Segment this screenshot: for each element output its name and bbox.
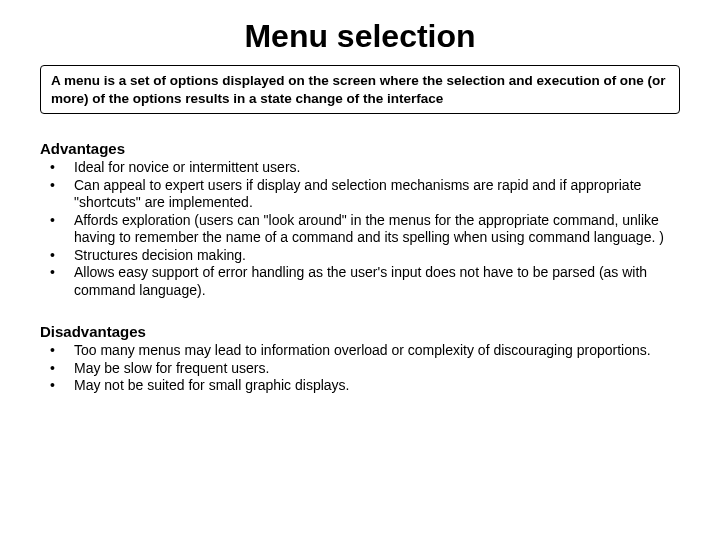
definition-box: A menu is a set of options displayed on … [40,65,680,114]
advantages-list: Ideal for novice or intermittent users. … [40,159,680,299]
disadvantages-list: Too many menus may lead to information o… [40,342,680,395]
advantages-heading: Advantages [40,140,680,157]
list-item: Allows easy support of error handling as… [40,264,680,299]
list-item: Too many menus may lead to information o… [40,342,680,360]
list-item: Ideal for novice or intermittent users. [40,159,680,177]
list-item: Can appeal to expert users if display an… [40,177,680,212]
list-item: Affords exploration (users can "look aro… [40,212,680,247]
disadvantages-section: Disadvantages Too many menus may lead to… [40,323,680,395]
list-item: Structures decision making. [40,247,680,265]
slide-title: Menu selection [40,18,680,55]
list-item: May not be suited for small graphic disp… [40,377,680,395]
disadvantages-heading: Disadvantages [40,323,680,340]
list-item: May be slow for frequent users. [40,360,680,378]
advantages-section: Advantages Ideal for novice or intermitt… [40,140,680,299]
